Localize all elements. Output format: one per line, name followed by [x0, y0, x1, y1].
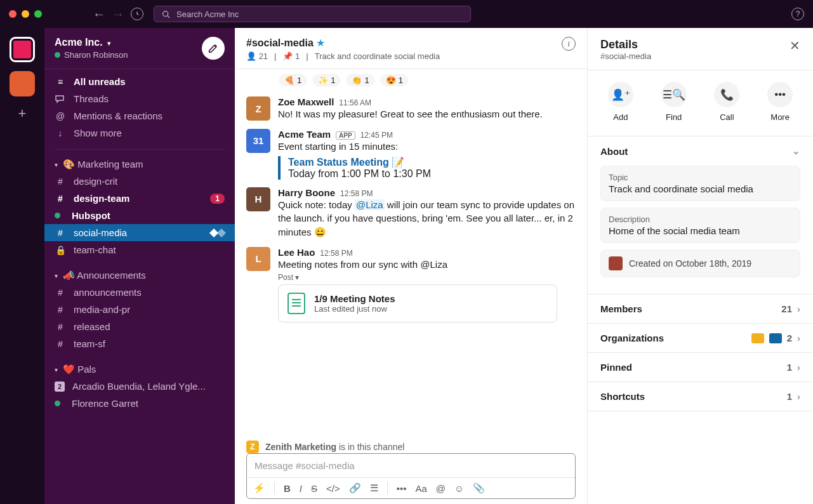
- code-button[interactable]: </>: [326, 483, 340, 494]
- sidebar-item-design-team[interactable]: #design-team1: [44, 190, 235, 207]
- topic-value[interactable]: Track and coordinate social media: [609, 183, 792, 194]
- user-mention[interactable]: @Liza: [355, 199, 385, 210]
- nav-all-unreads[interactable]: ≡All unreads: [44, 73, 235, 90]
- history-clock-icon[interactable]: [131, 8, 143, 20]
- avatar[interactable]: L: [246, 247, 270, 271]
- details-add-button[interactable]: 👤⁺Add: [608, 82, 633, 122]
- caret-down-icon: ▾: [55, 161, 58, 168]
- maximize-window-dot[interactable]: [34, 10, 42, 18]
- organizations-row[interactable]: Organizations2›: [588, 324, 813, 352]
- sidebar-item-released[interactable]: #released: [44, 318, 235, 335]
- reaction-chip[interactable]: 👏1: [347, 74, 374, 86]
- sidebar-section-header[interactable]: ▾❤️ Pals: [44, 359, 235, 378]
- avatar[interactable]: H: [246, 187, 270, 211]
- message-author[interactable]: Lee Hao: [278, 247, 315, 258]
- avatar[interactable]: Z: [246, 96, 270, 121]
- bold-button[interactable]: B: [284, 483, 291, 494]
- sidebar-item-arcadio-buendia-leland-ygle-[interactable]: 2Arcadio Buendia, Leland Ygle...: [44, 378, 235, 395]
- minimize-window-dot[interactable]: [22, 10, 29, 18]
- shortcuts-row[interactable]: Shortcuts1›: [588, 382, 813, 411]
- sidebar-item-media-and-pr[interactable]: #media-and-pr: [44, 301, 235, 318]
- link-button[interactable]: 🔗: [349, 482, 361, 494]
- compose-input[interactable]: Message #social-media: [247, 454, 575, 477]
- nav-mentions[interactable]: @Mentions & reactions: [44, 107, 235, 124]
- sidebar-item-hubspot[interactable]: Hubspot: [44, 207, 235, 224]
- reaction-chip[interactable]: 🍕1: [279, 74, 307, 86]
- message-author[interactable]: Zoe Maxwell: [278, 96, 334, 107]
- event-card[interactable]: Team Status Meeting 📝 Today from 1:00 PM…: [278, 156, 576, 180]
- more-format-button[interactable]: •••: [397, 483, 407, 494]
- post-type-label[interactable]: Post ▾: [278, 273, 576, 282]
- about-section-header[interactable]: About ⌄: [588, 136, 813, 166]
- sidebar-item-florence-garret[interactable]: Florence Garret: [44, 395, 235, 412]
- details-find-button[interactable]: ☰🔍Find: [661, 82, 687, 122]
- sidebar-item-design-crit[interactable]: #design-crit: [44, 173, 235, 190]
- sidebar-item-label: social-media: [74, 227, 127, 238]
- channel-info-icon[interactable]: i: [562, 37, 576, 51]
- forward-arrow-icon[interactable]: →: [112, 7, 124, 22]
- pinned-count[interactable]: 📌 1: [282, 51, 300, 61]
- window-traffic-lights: [9, 10, 42, 18]
- message-time: 12:45 PM: [360, 131, 393, 140]
- presence-dot: [55, 52, 60, 58]
- search-input[interactable]: Search Acme Inc: [154, 6, 471, 22]
- shortcut-icon[interactable]: ⚡: [253, 482, 265, 494]
- composer-toolbar: ⚡ B I S </> 🔗 ☰ ••• Aa @ ☺ 📎: [247, 477, 575, 498]
- font-button[interactable]: Aa: [415, 483, 426, 494]
- svg-point-0: [163, 11, 168, 16]
- member-count[interactable]: 👤 21: [246, 51, 268, 61]
- channel-title[interactable]: #social-media: [246, 37, 314, 48]
- sidebar: Acme Inc. ▾ Sharon Robinson ≡All unreads…: [44, 28, 235, 504]
- details-call-button[interactable]: 📞Call: [714, 82, 739, 122]
- help-icon[interactable]: ?: [791, 8, 804, 20]
- sidebar-section-header[interactable]: ▾📣 Announcements: [44, 265, 235, 284]
- workspace-tile-2[interactable]: [10, 71, 35, 96]
- sidebar-section-header[interactable]: ▾🎨 Marketing team: [44, 154, 235, 173]
- details-more-button[interactable]: •••More: [767, 82, 793, 122]
- close-details-button[interactable]: ✕: [790, 38, 800, 53]
- avatar[interactable]: 31: [246, 129, 270, 153]
- pinned-row[interactable]: Pinned1›: [588, 353, 813, 381]
- sidebar-item-team-sf[interactable]: #team-sf: [44, 335, 235, 352]
- message-composer[interactable]: Message #social-media ⚡ B I S </> 🔗 ☰ ••…: [246, 453, 576, 499]
- members-row[interactable]: Members21›: [588, 295, 813, 323]
- workspace-name[interactable]: Acme Inc.: [55, 37, 103, 48]
- strike-button[interactable]: S: [311, 483, 317, 494]
- message-author[interactable]: Acme Team: [278, 129, 331, 140]
- sidebar-item-announcements[interactable]: #announcements: [44, 284, 235, 301]
- message-time: 12:58 PM: [320, 249, 352, 258]
- message: H Harry Boone12:58 PM Quick note: today …: [246, 183, 576, 243]
- emoji-button[interactable]: ☺: [454, 483, 464, 494]
- compose-button[interactable]: [202, 37, 225, 60]
- add-workspace-button[interactable]: +: [18, 105, 27, 122]
- list-button[interactable]: ☰: [370, 482, 378, 494]
- italic-button[interactable]: I: [300, 483, 302, 494]
- message-body: No! It was my pleasure! Great to see the…: [278, 107, 576, 121]
- channel-prefix-icon: 🔒: [55, 245, 66, 255]
- search-placeholder: Search Acme Inc: [176, 10, 239, 19]
- channel-pane: #social-media ★ 👤 21 | 📌 1 | Track and c…: [235, 28, 588, 504]
- description-value[interactable]: Home of the social media team: [609, 225, 792, 236]
- close-window-dot[interactable]: [9, 10, 17, 18]
- nav-threads[interactable]: Threads: [44, 90, 235, 107]
- document-icon: [288, 293, 305, 314]
- sidebar-item-social-media[interactable]: #social-media: [44, 224, 235, 241]
- star-icon[interactable]: ★: [316, 37, 325, 48]
- sidebar-item-team-chat[interactable]: 🔒team-chat: [44, 241, 235, 258]
- nav-show-more[interactable]: ↓Show more: [44, 124, 235, 142]
- document-subtitle: Last edited just now: [314, 304, 395, 314]
- message: Z Zoe Maxwell11:56 AM No! It was my plea…: [246, 93, 576, 125]
- event-link[interactable]: Team Status Meeting: [288, 157, 389, 168]
- reaction-chip[interactable]: ✨1: [313, 74, 340, 86]
- chevron-right-icon: ›: [797, 303, 800, 314]
- message-author[interactable]: Harry Boone: [278, 187, 335, 198]
- details-subtitle: #social-media: [600, 51, 651, 61]
- document-card[interactable]: 1/9 Meeting NotesLast edited just now: [278, 284, 557, 322]
- channel-topic[interactable]: Track and coordinate social media: [315, 51, 440, 61]
- event-time: Today from 1:00 PM to 1:30 PM: [288, 168, 576, 180]
- mention-button[interactable]: @: [436, 483, 446, 494]
- reaction-chip[interactable]: 😍1: [381, 74, 408, 86]
- back-arrow-icon[interactable]: ←: [93, 7, 105, 22]
- workspace-tile-acme[interactable]: [10, 37, 35, 62]
- attach-button[interactable]: 📎: [473, 482, 485, 494]
